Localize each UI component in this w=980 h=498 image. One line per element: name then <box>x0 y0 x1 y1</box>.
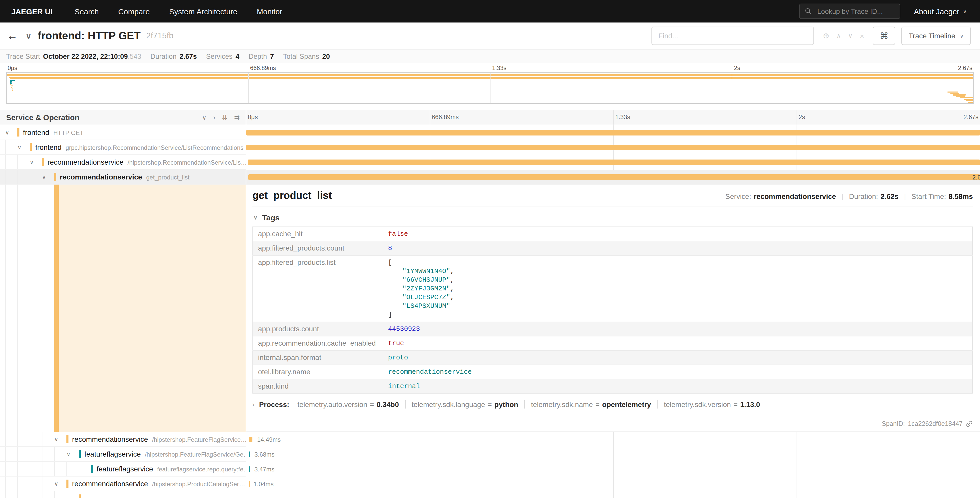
indent-guide <box>5 432 18 446</box>
collapse-all-icon[interactable]: ⇊ <box>222 113 228 121</box>
chevron-down-icon[interactable]: ∨ <box>30 159 42 165</box>
process-key: telemetry.sdk.language <box>412 401 485 409</box>
span-name[interactable]: recommendationservice/hipstershop.Produc… <box>67 480 245 488</box>
trace-view-dropdown[interactable]: Trace Timeline ∨ <box>902 27 971 45</box>
span-name[interactable]: recommendationservice/hipstershop.Recomm… <box>42 158 246 166</box>
find-input[interactable] <box>652 27 814 45</box>
summary-label: Trace Start <box>6 53 40 60</box>
span-bar-cell[interactable]: 2.62s <box>246 170 980 185</box>
trace-id-search[interactable] <box>799 3 900 19</box>
process-section-toggle[interactable]: › Process: telemetry.auto.version=0.34b0… <box>252 401 973 409</box>
span-bar-cell[interactable] <box>246 492 980 498</box>
span-bar[interactable] <box>248 481 250 487</box>
span-name-cell[interactable]: ∨frontendHTTP GET <box>0 125 246 140</box>
keyboard-shortcuts-button[interactable]: ⌘ <box>873 27 896 45</box>
span-bar-cell[interactable]: 3.47ms <box>246 462 980 477</box>
span-name-cell[interactable]: ∨recommendationservice/hipstershop.Recom… <box>0 155 246 170</box>
span-name[interactable]: frontendgrpc.hipstershop.RecommendationS… <box>30 143 243 152</box>
span-bar[interactable] <box>248 174 980 180</box>
span-bar[interactable] <box>249 466 250 472</box>
find-next-icon[interactable]: ∨ <box>848 32 853 39</box>
span-name-cell[interactable]: ∨recommendationservice/hipstershop.Featu… <box>0 432 246 447</box>
span-operation-name: HTTP GET <box>53 129 84 137</box>
indent-guide <box>54 447 67 461</box>
chevron-down-icon[interactable]: ∨ <box>42 174 54 180</box>
span-name[interactable]: frontendHTTP GET <box>18 128 84 137</box>
divider <box>252 207 973 207</box>
span-bar-cell[interactable] <box>246 155 980 170</box>
span-row: ∨recommendationservice/hipstershop.Featu… <box>0 432 980 447</box>
span-bar[interactable] <box>248 160 980 165</box>
minimap-span-bar <box>12 90 13 91</box>
app-logo[interactable]: JAEGER UI <box>0 7 65 16</box>
array-item: "LS4PSXUNUM" <box>388 302 967 310</box>
span-bar-cell[interactable]: 14.49ms <box>246 432 980 447</box>
tags-section-toggle[interactable]: ∨ Tags <box>252 211 973 227</box>
tag-key: app.products.count <box>253 322 383 336</box>
minimap-span-bar <box>10 83 12 84</box>
span-name[interactable]: recommendationserviceget_product_list <box>54 173 189 181</box>
timeline-header: Service & Operation ∨ › ⇊ ⇉ 0μs666.89ms1… <box>0 110 980 125</box>
process-tag: telemetry.auto.version=0.34b0 <box>291 401 405 409</box>
trace-collapse-chevron[interactable]: ∨ <box>25 31 32 41</box>
minimap-canvas[interactable] <box>6 72 974 104</box>
span-bar[interactable] <box>248 437 253 442</box>
back-button[interactable]: ← <box>0 30 24 42</box>
indent-guide <box>30 477 42 491</box>
find-prev-icon[interactable]: ∧ <box>837 32 841 39</box>
span-bar-cell[interactable] <box>246 125 980 140</box>
minimap-span-bar <box>964 99 974 100</box>
tick-label: 666.89ms <box>250 65 276 71</box>
indent-guide <box>30 185 30 432</box>
nav-item-search[interactable]: Search <box>65 7 108 16</box>
span-duration-label: 3.68ms <box>255 451 275 458</box>
chevron-down-icon[interactable]: ∨ <box>18 144 30 150</box>
span-rows: ∨frontendHTTP GET∨frontendgrpc.hipstersh… <box>0 125 980 498</box>
span-name-cell[interactable]: ∨featureflagservice/hipstershop.FeatureF… <box>0 447 246 462</box>
span-name[interactable]: featureflagservicefeatureflagservice.rep… <box>91 465 246 473</box>
meta-label: Service: <box>725 192 751 200</box>
tag-string-value: internal <box>388 383 420 390</box>
span-name-cell[interactable]: ∨frontendgrpc.hipstershop.Recommendation… <box>0 140 246 155</box>
chevron-down-icon[interactable]: ∨ <box>67 451 79 457</box>
nav-item-monitor[interactable]: Monitor <box>247 7 292 16</box>
span-name[interactable]: recommendationservice/hipstershop.Featur… <box>67 435 246 443</box>
tick-label: 2.67s <box>963 113 978 121</box>
chevron-down-icon[interactable]: ∨ <box>5 129 18 135</box>
span-name-cell[interactable]: featureflagservicefeatureflagservice.rep… <box>0 462 246 477</box>
span-name-cell[interactable]: ∨recommendationserviceget_product_list <box>0 170 246 185</box>
indent-guide <box>42 432 54 446</box>
span-bar[interactable] <box>246 130 980 136</box>
chevron-down-icon[interactable]: ∨ <box>54 436 67 442</box>
span-bar-cell[interactable] <box>246 140 980 155</box>
span-bar-cell[interactable]: 1.04ms <box>246 477 980 492</box>
span-bar[interactable] <box>246 145 980 150</box>
nav-item-system-architecture[interactable]: System Architecture <box>159 7 247 16</box>
expand-all-icon[interactable]: ⇉ <box>234 113 240 121</box>
span-bar-cell[interactable]: 3.68ms <box>246 447 980 462</box>
trace-id-search-input[interactable] <box>816 7 895 16</box>
span-meta-item: Duration:2.62s <box>849 192 899 200</box>
span-bar[interactable] <box>249 452 250 457</box>
trace-view-label: Trace Timeline <box>909 32 956 40</box>
collapse-one-icon[interactable]: ∨ <box>202 114 207 121</box>
span-name-cell[interactable]: ∨recommendationservice/hipstershop.Produ… <box>0 477 246 492</box>
span-name-cell[interactable] <box>0 492 246 498</box>
about-jaeger-menu[interactable]: About Jaeger ∨ <box>914 7 967 16</box>
find-clear-icon[interactable]: × <box>860 32 864 40</box>
trace-title: frontend: HTTP GET <box>38 30 140 42</box>
minimap-span-bar <box>966 100 974 101</box>
copy-link-icon[interactable] <box>966 420 973 428</box>
span-detail-meta: Service:recommendationservice|Duration:2… <box>725 192 973 200</box>
tick-label: 2s <box>799 113 805 121</box>
tag-value: internal <box>383 379 973 393</box>
find-focus-icon[interactable]: ⊕ <box>823 31 829 40</box>
span-name[interactable]: featureflagservice/hipstershop.FeatureFl… <box>79 450 246 458</box>
expand-one-icon[interactable]: › <box>213 114 215 121</box>
tag-key: app.filtered_products.count <box>253 241 383 255</box>
span-name[interactable] <box>79 495 88 498</box>
span-rows-bottom: ∨recommendationservice/hipstershop.Featu… <box>0 432 980 498</box>
tick-label: 2.67s <box>958 65 972 71</box>
nav-item-compare[interactable]: Compare <box>108 7 159 16</box>
chevron-down-icon[interactable]: ∨ <box>54 481 67 487</box>
